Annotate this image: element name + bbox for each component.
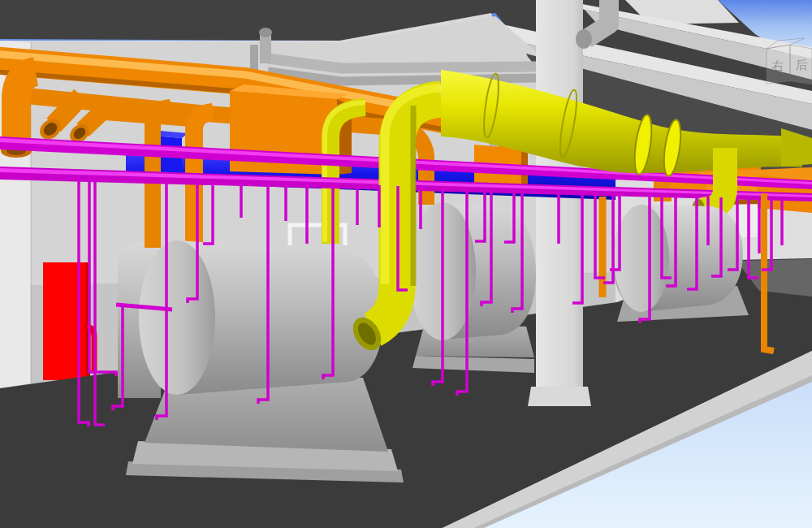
model-viewport[interactable]: 右 后 [0, 0, 812, 528]
tank-1-endcap [139, 240, 215, 395]
view-cube-left-label[interactable]: 右 [771, 58, 784, 72]
fire-door [43, 262, 94, 380]
tank-2 [409, 202, 536, 373]
tank-3 [613, 205, 749, 322]
view-cube-right-label[interactable]: 后 [796, 58, 808, 71]
column-foot [528, 387, 591, 406]
scene-canvas[interactable]: 右 后 [0, 0, 812, 528]
